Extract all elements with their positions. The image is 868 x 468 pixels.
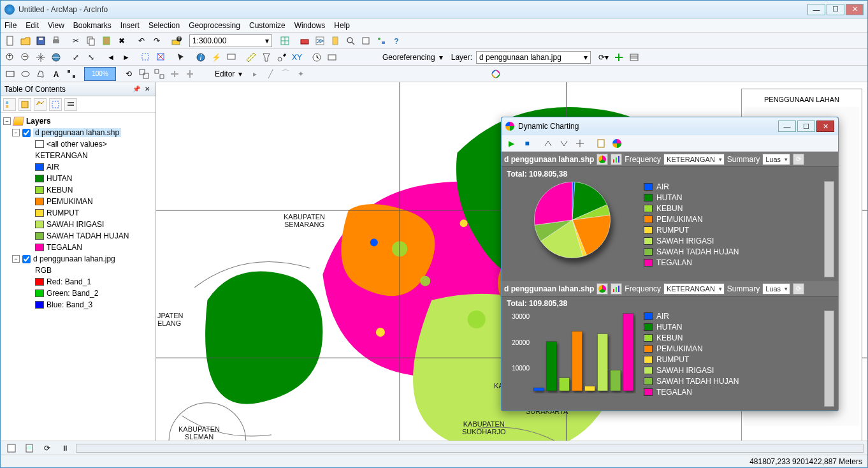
toc-pin-icon[interactable]: 📌 [132, 85, 141, 94]
menu-selection[interactable]: Selection [148, 21, 180, 30]
open-icon[interactable] [18, 34, 33, 48]
freq-combo[interactable]: KETERANGAN [663, 283, 725, 295]
cut-icon[interactable]: ✂ [69, 34, 83, 48]
editor-toolbar-icon[interactable] [278, 34, 292, 48]
fixed-zoom-in-icon[interactable]: ⤢ [69, 50, 83, 64]
toc-list-by-source-icon[interactable] [18, 98, 31, 111]
chart-pie-type-icon[interactable] [610, 136, 624, 150]
dynamic-charting-window[interactable]: Dynamic Charting — ☐ ✕ ▶ ■ d penggunaan … [501, 117, 839, 411]
new-doc-icon[interactable] [3, 34, 17, 48]
print-icon[interactable] [49, 34, 63, 48]
find-route-icon[interactable] [275, 50, 289, 64]
chart-report-icon[interactable] [594, 136, 608, 150]
chart-close-button[interactable]: ✕ [816, 121, 834, 132]
scrollbar-horizontal[interactable] [76, 444, 864, 453]
editor-label[interactable]: Editor [215, 69, 235, 78]
create-viewer-icon[interactable] [325, 50, 339, 64]
ungroup-icon[interactable] [152, 67, 166, 81]
refresh-chart-icon[interactable]: ⟳ [793, 283, 804, 295]
chart-min-button[interactable]: — [778, 121, 796, 132]
undo-icon[interactable]: ↶ [134, 34, 148, 48]
copy-icon[interactable] [84, 34, 98, 48]
layers-root[interactable]: Layers [26, 117, 51, 126]
edit-pointer-icon[interactable]: ▸ [248, 67, 262, 81]
menu-view[interactable]: View [48, 21, 64, 30]
chart-wheel-icon[interactable] [489, 67, 503, 81]
layout-view-tab[interactable] [22, 441, 36, 455]
help-icon[interactable]: ? [389, 34, 403, 48]
text-icon[interactable]: A [49, 67, 63, 81]
time-slider-icon[interactable] [310, 50, 324, 64]
minimize-button[interactable]: — [807, 4, 825, 15]
menu-bookmarks[interactable]: Bookmarks [73, 21, 112, 30]
paste-icon[interactable] [99, 34, 113, 48]
bar-type-icon[interactable] [611, 154, 622, 165]
pan-icon[interactable] [34, 50, 48, 64]
find-icon[interactable] [259, 50, 273, 64]
measure-icon[interactable] [244, 50, 258, 64]
toc-options-icon[interactable] [64, 98, 77, 111]
delete-icon[interactable]: ✖ [115, 34, 129, 48]
toolbox-icon[interactable] [298, 34, 312, 48]
model-builder-icon[interactable] [374, 34, 388, 48]
pie-type-icon[interactable] [597, 154, 608, 165]
draw-oval-icon[interactable] [18, 67, 33, 81]
draw-poly-icon[interactable] [34, 67, 48, 81]
data-view-tab[interactable] [4, 441, 18, 455]
edit-arc-icon[interactable]: ⌒ [278, 67, 293, 81]
pie-type-icon[interactable] [597, 283, 608, 295]
draw-rect-icon[interactable] [3, 67, 17, 81]
menu-insert[interactable]: Insert [120, 21, 140, 30]
html-popup-icon[interactable] [224, 50, 238, 64]
group-icon[interactable] [137, 67, 151, 81]
georef-addpoint-icon[interactable] [612, 50, 626, 64]
refresh-chart-icon[interactable]: ⟳ [793, 154, 804, 165]
edit-line-icon[interactable]: ╱ [263, 67, 277, 81]
layer-shp[interactable]: d penggunaan lahan.shp [33, 128, 121, 137]
chart-stop-icon[interactable]: ■ [520, 136, 534, 150]
rotate-icon[interactable]: ⟲ [122, 67, 136, 81]
close-button[interactable]: ✕ [846, 4, 864, 15]
full-extent-icon[interactable] [49, 50, 63, 64]
toc-list-by-selection-icon[interactable] [49, 98, 62, 111]
menu-customize[interactable]: Customize [249, 21, 286, 30]
chart-sort-desc-icon[interactable] [557, 136, 571, 150]
python-icon[interactable]: ≫ [313, 34, 327, 48]
layer-visibility-checkbox[interactable] [22, 129, 31, 137]
arc-toolbox-icon[interactable] [359, 34, 373, 48]
menu-geoprocessing[interactable]: Geoprocessing [189, 21, 240, 30]
zoom-in-icon[interactable]: + [3, 50, 17, 64]
hyperlink-icon[interactable]: ⚡ [209, 50, 223, 64]
layer-visibility-checkbox[interactable] [22, 255, 31, 263]
toc-list-by-drawing-icon[interactable] [3, 98, 16, 111]
legend-scrollbar[interactable] [824, 311, 834, 407]
zoom-pct[interactable]: 100% [84, 67, 116, 81]
toc-list-by-visibility-icon[interactable] [34, 98, 47, 111]
scale-input[interactable]: 1:300.000▾ [189, 34, 272, 47]
menu-help[interactable]: Help [334, 21, 350, 30]
bar-type-icon[interactable] [611, 283, 622, 295]
layer-combo[interactable]: d penggunaan lahan.jpg▾ [476, 51, 591, 64]
georef-label[interactable]: Georeferencing [382, 53, 435, 62]
goto-xy-icon[interactable]: XY [290, 50, 304, 64]
prev-extent-icon[interactable]: ◄ [104, 50, 118, 64]
sum-combo[interactable]: Luas [762, 283, 790, 295]
menu-windows[interactable]: Windows [294, 21, 326, 30]
georef-links-icon[interactable] [627, 50, 641, 64]
flip-h-icon[interactable] [168, 67, 182, 81]
catalog-icon[interactable] [328, 34, 342, 48]
layer-jpg[interactable]: d penggunaan lahan.jpg [33, 254, 115, 263]
chart-zoom-icon[interactable] [573, 136, 587, 150]
legend-scrollbar[interactable] [824, 181, 834, 277]
next-extent-icon[interactable]: ► [119, 50, 133, 64]
maximize-button[interactable]: ☐ [827, 4, 844, 15]
zoom-out-icon[interactable]: − [18, 50, 33, 64]
freq-combo[interactable]: KETERANGAN [663, 154, 725, 165]
expander-icon[interactable]: − [12, 255, 20, 263]
edit-vertices-icon[interactable] [64, 67, 78, 81]
expander-icon[interactable]: − [12, 129, 20, 136]
search-icon[interactable] [344, 34, 358, 48]
pause-draw-icon[interactable]: ⏸ [58, 441, 72, 455]
toc-tree[interactable]: −Layers −d penggunaan lahan.shp <all oth… [1, 113, 156, 441]
flip-v-icon[interactable] [183, 67, 197, 81]
